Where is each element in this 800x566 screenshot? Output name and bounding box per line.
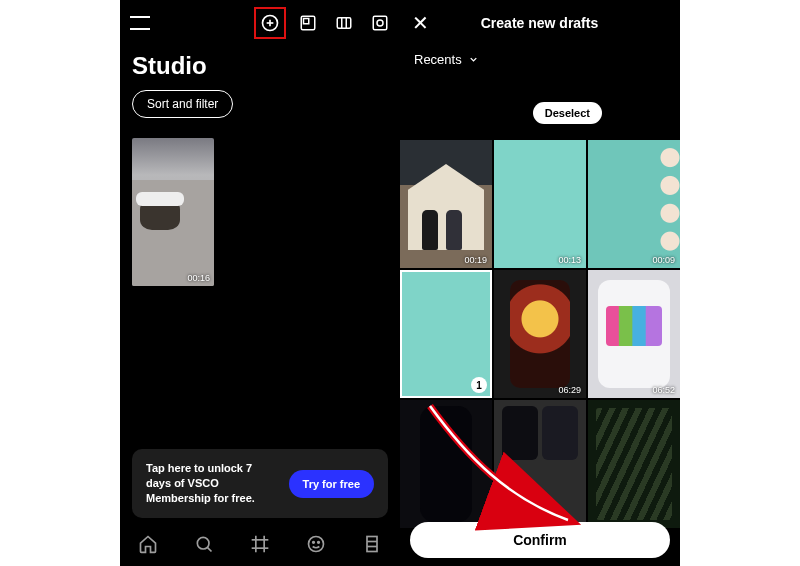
studio-screen: Studio Sort and filter 00:16 Tap here to… bbox=[120, 0, 400, 566]
membership-promo[interactable]: Tap here to unlock 7 days of VSCO Member… bbox=[132, 449, 388, 518]
media-cell-selected[interactable]: 1 bbox=[400, 270, 492, 398]
page-gutter-right bbox=[680, 0, 800, 566]
top-actions bbox=[258, 11, 390, 35]
deselect-button[interactable]: Deselect bbox=[533, 102, 602, 124]
svg-point-9 bbox=[377, 20, 383, 26]
svg-rect-8 bbox=[373, 16, 387, 30]
album-name: Recents bbox=[414, 52, 462, 67]
media-cell[interactable] bbox=[588, 400, 680, 528]
svg-rect-5 bbox=[337, 18, 351, 29]
media-cell[interactable]: 06:29 bbox=[494, 270, 586, 398]
media-grid: 00:19 00:13 00:09 1 06:29 06:52 bbox=[400, 140, 680, 516]
media-cell[interactable]: 00:19 bbox=[400, 140, 492, 268]
svg-point-18 bbox=[318, 542, 320, 544]
duration-label: 06:52 bbox=[652, 385, 675, 395]
svg-rect-4 bbox=[304, 19, 309, 24]
svg-line-11 bbox=[207, 547, 211, 551]
svg-point-10 bbox=[197, 537, 209, 549]
menu-icon[interactable] bbox=[130, 16, 150, 30]
create-drafts-screen: ✕ Create new drafts Recents Deselect 00:… bbox=[400, 0, 680, 566]
promo-text: Tap here to unlock 7 days of VSCO Member… bbox=[146, 461, 279, 506]
media-cell[interactable]: 06:52 bbox=[588, 270, 680, 398]
svg-point-16 bbox=[309, 537, 324, 552]
confirm-button[interactable]: Confirm bbox=[410, 522, 670, 558]
profile-icon[interactable] bbox=[362, 534, 382, 554]
sort-filter-button[interactable]: Sort and filter bbox=[132, 90, 233, 118]
capture-icon[interactable] bbox=[370, 13, 390, 33]
close-icon[interactable]: ✕ bbox=[412, 11, 429, 35]
svg-rect-19 bbox=[367, 537, 377, 552]
search-icon[interactable] bbox=[194, 534, 214, 554]
collage-icon[interactable] bbox=[298, 13, 318, 33]
studio-icon[interactable] bbox=[250, 534, 270, 554]
svg-point-17 bbox=[313, 542, 315, 544]
duration-label: 00:13 bbox=[558, 255, 581, 265]
page-gutter-left bbox=[0, 0, 120, 566]
montage-icon[interactable] bbox=[334, 13, 354, 33]
duration-label: 06:29 bbox=[558, 385, 581, 395]
chevron-down-icon bbox=[468, 54, 479, 65]
try-free-button[interactable]: Try for free bbox=[289, 470, 374, 498]
modal-top-bar: ✕ Create new drafts bbox=[400, 0, 680, 46]
duration-label: 00:09 bbox=[652, 255, 675, 265]
home-icon[interactable] bbox=[138, 534, 158, 554]
selection-badge: 1 bbox=[471, 377, 487, 393]
media-cell[interactable] bbox=[400, 400, 492, 528]
album-picker[interactable]: Recents bbox=[400, 46, 680, 81]
draft-thumbnail[interactable]: 00:16 bbox=[132, 138, 214, 286]
media-cell[interactable] bbox=[494, 400, 586, 528]
duration-label: 00:16 bbox=[187, 273, 210, 283]
duration-label: 00:19 bbox=[464, 255, 487, 265]
bottom-tab-bar bbox=[120, 522, 400, 566]
media-cell[interactable]: 00:09 bbox=[588, 140, 680, 268]
feed-icon[interactable] bbox=[306, 534, 326, 554]
modal-title: Create new drafts bbox=[429, 15, 650, 31]
page-title: Studio bbox=[120, 46, 400, 90]
media-cell[interactable]: 00:13 bbox=[494, 140, 586, 268]
top-bar bbox=[120, 0, 400, 46]
add-icon[interactable] bbox=[254, 7, 286, 39]
